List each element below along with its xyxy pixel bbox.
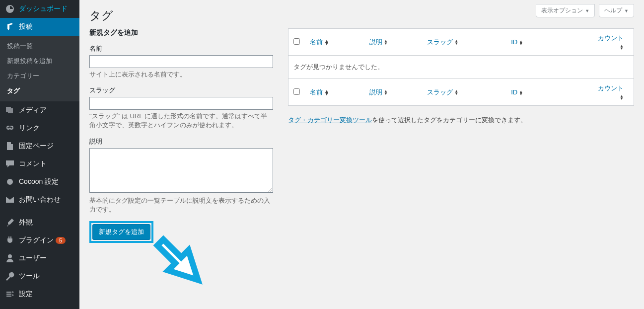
sidebar-item-comments[interactable]: コメント [0, 155, 79, 173]
dashboard-icon [5, 4, 15, 14]
sidebar-item-label: Cocoon 設定 [19, 177, 59, 186]
sort-icon: ▲▼ [454, 40, 458, 45]
sort-icon: ▲▼ [454, 90, 458, 95]
description-desc: 基本的にタグ設定の一覧テーブルに説明文を表示するための入力です。 [89, 196, 273, 214]
sidebar-item-dashboard[interactable]: ダッシュボード [0, 0, 79, 18]
sort-icon: ▲▼ [620, 45, 624, 50]
screen-options-button[interactable]: 表示オプション ▼ [536, 4, 595, 17]
screen-meta: 表示オプション ▼ ヘルプ ▼ [536, 4, 634, 17]
select-all-checkbox-bottom[interactable] [293, 88, 300, 95]
description-label: 説明 [89, 137, 273, 146]
plugin-update-badge: 5 [56, 237, 66, 244]
sidebar-item-media[interactable]: メディア [0, 101, 79, 119]
sidebar-item-users[interactable]: ユーザー [0, 249, 79, 267]
tags-list-panel: 名前▲▼ 説明▲▼ スラッグ▲▼ ID▲▼ カウント▲▼ タグが見つかりませんで… [288, 28, 634, 243]
col-count-foot[interactable]: カウント▲▼ [598, 84, 624, 100]
converter-text: を使って選択したタグをカテゴリーに変換できます。 [372, 116, 527, 124]
tags-table: 名前▲▼ 説明▲▼ スラッグ▲▼ ID▲▼ カウント▲▼ タグが見つかりませんで… [288, 28, 634, 106]
submenu-item-add-new[interactable]: 新規投稿を追加 [0, 54, 79, 69]
sidebar-item-label: メディア [19, 106, 47, 115]
field-name: 名前 サイト上に表示される名前です。 [89, 44, 273, 79]
submenu-item-all-posts[interactable]: 投稿一覧 [0, 39, 79, 54]
sort-icon: ▲▼ [519, 40, 523, 45]
col-slug[interactable]: スラッグ▲▼ [427, 38, 458, 46]
name-label: 名前 [89, 44, 273, 53]
slug-desc: "スラッグ" は URL に適した形式の名前です。通常はすべて半角小文字で、英数… [89, 112, 273, 130]
slug-input[interactable] [89, 97, 273, 110]
converter-note: タグ・カテゴリー変換ツールを使って選択したタグをカテゴリーに変換できます。 [288, 116, 634, 125]
link-icon [5, 123, 15, 133]
sidebar-item-label: 投稿 [19, 22, 33, 31]
media-icon [5, 105, 15, 115]
sidebar-item-posts[interactable]: 投稿 [0, 18, 79, 36]
user-icon [5, 253, 15, 263]
sidebar-item-tools[interactable]: ツール [0, 267, 79, 285]
description-input[interactable] [89, 148, 273, 193]
sidebar-item-cocoon[interactable]: Cocoon 設定 [0, 173, 79, 191]
help-button[interactable]: ヘルプ ▼ [599, 4, 634, 17]
submenu-item-categories[interactable]: カテゴリー [0, 69, 79, 83]
col-id[interactable]: ID▲▼ [511, 38, 523, 46]
sidebar-item-label: 外観 [19, 218, 33, 227]
sort-icon: ▲▼ [620, 95, 624, 100]
sidebar-item-label: ユーザー [19, 254, 47, 263]
empty-message: タグが見つかりませんでした。 [288, 56, 634, 78]
sidebar-item-label: コメント [19, 159, 47, 168]
pin-icon [5, 22, 15, 32]
mail-icon [5, 195, 15, 205]
sort-icon: ▲▼ [324, 40, 329, 45]
add-tag-form: 新規タグを追加 名前 サイト上に表示される名前です。 スラッグ "スラッグ" は… [89, 28, 273, 243]
field-slug: スラッグ "スラッグ" は URL に適した形式の名前です。通常はすべて半角小文… [89, 86, 273, 130]
sidebar-item-appearance[interactable]: 外観 [0, 214, 79, 232]
col-description[interactable]: 説明▲▼ [369, 38, 388, 46]
col-name-foot[interactable]: 名前▲▼ [310, 88, 329, 96]
col-name[interactable]: 名前▲▼ [310, 38, 329, 46]
screen-options-label: 表示オプション [541, 6, 583, 15]
chevron-down-icon: ▼ [624, 8, 629, 13]
col-slug-foot[interactable]: スラッグ▲▼ [427, 88, 458, 96]
col-id-foot[interactable]: ID▲▼ [511, 88, 523, 96]
plug-icon [5, 235, 15, 245]
admin-sidebar: ダッシュボード 投稿 投稿一覧 新規投稿を追加 カテゴリー タグ メディア リン… [0, 0, 79, 309]
submenu-item-tags[interactable]: タグ [0, 83, 79, 98]
settings-icon [5, 289, 15, 299]
field-description: 説明 基本的にタグ設定の一覧テーブルに説明文を表示するための入力です。 [89, 137, 273, 214]
main-content: 表示オプション ▼ ヘルプ ▼ タグ 新規タグを追加 名前 サイト上に表示される… [79, 0, 644, 309]
name-desc: サイト上に表示される名前です。 [89, 70, 273, 79]
chevron-down-icon: ▼ [585, 8, 589, 13]
sidebar-item-plugins[interactable]: プラグイン 5 [0, 232, 79, 249]
col-count[interactable]: カウント▲▼ [598, 34, 624, 50]
sort-icon: ▲▼ [384, 90, 388, 95]
sort-icon: ▲▼ [384, 40, 388, 45]
svg-point-0 [7, 179, 13, 185]
sidebar-item-label: ダッシュボード [19, 4, 68, 13]
sidebar-item-contact[interactable]: お問い合わせ [0, 191, 79, 209]
sidebar-item-pages[interactable]: 固定ページ [0, 137, 79, 155]
add-tag-button[interactable]: 新規タグを追加 [92, 224, 150, 240]
form-heading: 新規タグを追加 [89, 28, 273, 37]
page-icon [5, 141, 15, 151]
sidebar-item-label: 設定 [19, 290, 33, 299]
select-all-checkbox-top[interactable] [293, 38, 300, 45]
name-input[interactable] [89, 55, 273, 68]
sidebar-item-links[interactable]: リンク [0, 119, 79, 137]
sidebar-item-settings[interactable]: 設定 [0, 285, 79, 303]
col-description-foot[interactable]: 説明▲▼ [369, 88, 388, 96]
sidebar-item-label: ツール [19, 272, 40, 281]
converter-link[interactable]: タグ・カテゴリー変換ツール [288, 116, 372, 124]
table-row-empty: タグが見つかりませんでした。 [288, 56, 634, 78]
tool-icon [5, 271, 15, 281]
circle-icon [5, 177, 15, 187]
sidebar-submenu-posts: 投稿一覧 新規投稿を追加 カテゴリー タグ [0, 36, 79, 101]
sidebar-item-label: 固定ページ [19, 142, 54, 151]
sort-icon: ▲▼ [324, 90, 329, 95]
slug-label: スラッグ [89, 86, 273, 95]
sidebar-item-label: お問い合わせ [19, 195, 61, 204]
submit-highlight: 新規タグを追加 [89, 221, 153, 243]
sort-icon: ▲▼ [519, 90, 523, 95]
help-label: ヘルプ [604, 6, 622, 15]
comment-icon [5, 159, 15, 169]
brush-icon [5, 218, 15, 228]
sidebar-item-label: リンク [19, 124, 40, 133]
sidebar-item-label: プラグイン [19, 236, 54, 245]
